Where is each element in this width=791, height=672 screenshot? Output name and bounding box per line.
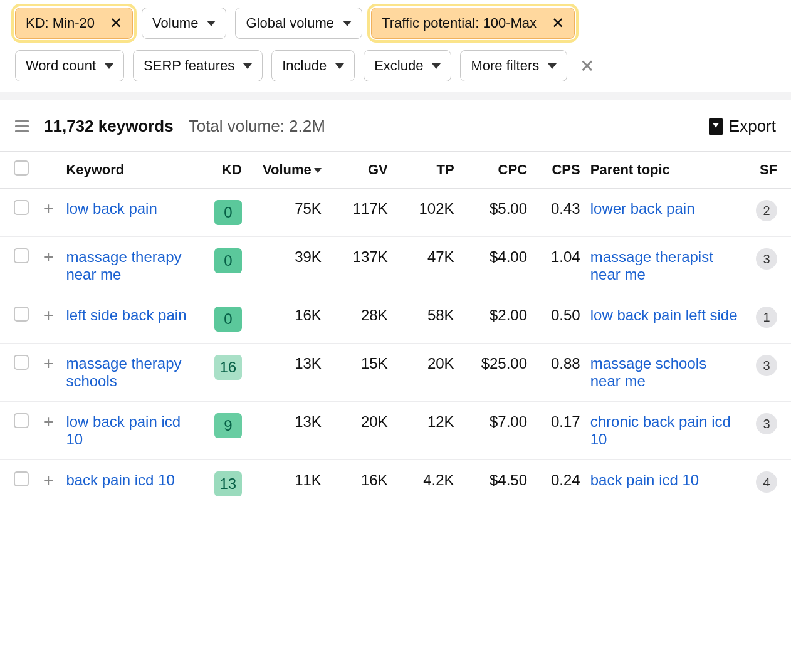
filter-label: Global volume <box>246 15 334 31</box>
row-checkbox[interactable] <box>14 413 29 428</box>
cell-volume: 11K <box>247 460 327 508</box>
filter-chip[interactable]: Traffic potential: 100-Max✕ <box>371 8 575 39</box>
remove-filter-icon[interactable]: ✕ <box>543 16 564 31</box>
col-volume[interactable]: Volume <box>247 152 327 189</box>
cell-cps: 0.17 <box>532 402 585 460</box>
chevron-down-icon <box>335 63 344 69</box>
filter-label: Volume <box>152 15 198 31</box>
cell-cpc: $4.00 <box>459 237 532 295</box>
sf-badge[interactable]: 4 <box>756 471 777 493</box>
chevron-down-icon <box>207 21 216 26</box>
cell-cpc: $4.50 <box>459 460 532 508</box>
expand-icon[interactable]: + <box>43 470 53 490</box>
kd-badge: 0 <box>214 200 242 225</box>
cell-gv: 117K <box>327 189 393 237</box>
filters-row-1: KD: Min-20✕VolumeGlobal volumeTraffic po… <box>0 0 791 43</box>
col-parent[interactable]: Parent topic <box>585 152 745 189</box>
parent-topic-link[interactable]: lower back pain <box>590 200 695 217</box>
table-row: +low back pain icd 10913K20K12K$7.000.17… <box>0 402 791 460</box>
col-gv[interactable]: GV <box>327 152 393 189</box>
col-keyword[interactable]: Keyword <box>61 152 200 189</box>
sf-badge[interactable]: 3 <box>756 248 777 270</box>
filter-chip[interactable]: Include <box>271 50 355 81</box>
filters-row-2: Word countSERP featuresIncludeExcludeMor… <box>0 43 791 85</box>
cell-volume: 39K <box>247 237 327 295</box>
clear-filters-icon[interactable]: ✕ <box>576 56 598 76</box>
cell-gv: 15K <box>327 344 393 402</box>
table-row: +back pain icd 101311K16K4.2K$4.500.24ba… <box>0 460 791 508</box>
table-row: +massage therapy schools1613K15K20K$25.0… <box>0 344 791 402</box>
sf-badge[interactable]: 3 <box>756 413 777 434</box>
export-label: Export <box>729 117 776 136</box>
expand-icon[interactable]: + <box>43 412 53 431</box>
cell-cpc: $7.00 <box>459 402 532 460</box>
expand-icon[interactable]: + <box>43 199 53 218</box>
select-all-checkbox[interactable] <box>14 160 29 176</box>
summary-bar: 11,732 keywords Total volume: 2.2M Expor… <box>0 100 791 151</box>
keyword-link[interactable]: massage therapy near me <box>66 248 181 283</box>
keyword-count: 11,732 keywords <box>44 117 174 136</box>
download-icon <box>709 118 723 135</box>
keyword-link[interactable]: low back pain icd 10 <box>66 413 181 448</box>
keyword-link[interactable]: massage therapy schools <box>66 355 181 389</box>
keyword-link[interactable]: low back pain <box>66 200 157 217</box>
kd-badge: 9 <box>214 413 242 438</box>
cell-volume: 16K <box>247 295 327 344</box>
chevron-down-icon <box>548 63 557 69</box>
table-row: +low back pain075K117K102K$5.000.43lower… <box>0 189 791 237</box>
kd-badge: 0 <box>214 307 242 332</box>
sf-badge[interactable]: 2 <box>756 200 777 221</box>
filter-chip[interactable]: More filters <box>460 50 567 81</box>
table-row: +left side back pain016K28K58K$2.000.50l… <box>0 295 791 344</box>
chevron-down-icon <box>432 63 441 69</box>
row-checkbox[interactable] <box>14 200 29 215</box>
cell-cpc: $5.00 <box>459 189 532 237</box>
filter-chip[interactable]: KD: Min-20✕ <box>15 8 133 39</box>
row-checkbox[interactable] <box>14 307 29 322</box>
cell-gv: 20K <box>327 402 393 460</box>
col-sf[interactable]: SF <box>745 152 791 189</box>
filter-chip[interactable]: Global volume <box>235 8 362 39</box>
parent-topic-link[interactable]: chronic back pain icd 10 <box>590 413 731 448</box>
cell-volume: 75K <box>247 189 327 237</box>
keyword-link[interactable]: left side back pain <box>66 307 186 323</box>
expand-icon[interactable]: + <box>43 247 53 266</box>
filter-chip[interactable]: SERP features <box>133 50 263 81</box>
keyword-link[interactable]: back pain icd 10 <box>66 471 174 488</box>
cell-volume: 13K <box>247 402 327 460</box>
col-cpc[interactable]: CPC <box>459 152 532 189</box>
cell-cpc: $2.00 <box>459 295 532 344</box>
remove-filter-icon[interactable]: ✕ <box>101 16 122 31</box>
col-kd[interactable]: KD <box>201 152 247 189</box>
cell-tp: 102K <box>393 189 459 237</box>
col-cps[interactable]: CPS <box>532 152 585 189</box>
filter-chip[interactable]: Exclude <box>364 50 451 81</box>
parent-topic-link[interactable]: massage therapist near me <box>590 248 713 283</box>
filter-chip[interactable]: Word count <box>15 50 124 81</box>
cell-tp: 20K <box>393 344 459 402</box>
row-checkbox[interactable] <box>14 248 29 263</box>
col-tp[interactable]: TP <box>393 152 459 189</box>
filter-chip[interactable]: Volume <box>142 8 226 39</box>
parent-topic-link[interactable]: back pain icd 10 <box>590 471 699 488</box>
filter-label: Traffic potential: 100-Max <box>382 15 537 31</box>
filter-label: More filters <box>471 58 539 74</box>
expand-icon[interactable]: + <box>43 305 53 325</box>
sf-badge[interactable]: 3 <box>756 355 777 376</box>
cell-tp: 4.2K <box>393 460 459 508</box>
export-button[interactable]: Export <box>709 117 776 136</box>
row-checkbox[interactable] <box>14 471 29 486</box>
kd-badge: 0 <box>214 248 242 273</box>
cell-cps: 1.04 <box>532 237 585 295</box>
parent-topic-link[interactable]: massage schools near me <box>590 355 706 389</box>
cell-tp: 12K <box>393 402 459 460</box>
expand-icon[interactable]: + <box>43 354 53 373</box>
sf-badge[interactable]: 1 <box>756 307 777 328</box>
row-checkbox[interactable] <box>14 355 29 370</box>
list-view-icon[interactable] <box>15 120 29 132</box>
total-volume: Total volume: 2.2M <box>189 117 325 136</box>
sort-desc-icon <box>314 168 322 173</box>
cell-cpc: $25.00 <box>459 344 532 402</box>
parent-topic-link[interactable]: low back pain left side <box>590 307 738 323</box>
cell-cps: 0.88 <box>532 344 585 402</box>
